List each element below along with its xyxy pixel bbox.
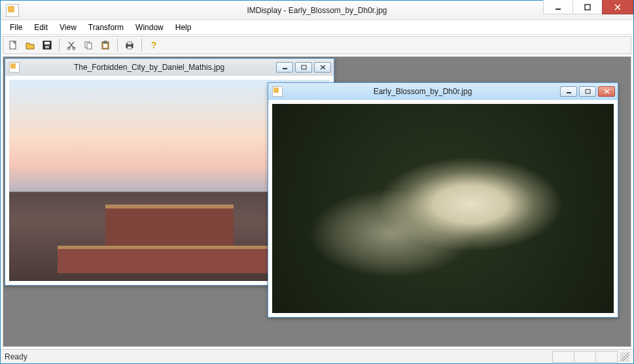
minimize-button[interactable] xyxy=(543,0,573,14)
help-icon[interactable]: ? xyxy=(147,38,161,52)
titlebar[interactable]: IMDisplay - Early_Blossom_by_Dh0r.jpg xyxy=(1,1,633,20)
svg-rect-20 xyxy=(586,90,590,93)
print-icon[interactable] xyxy=(122,38,137,52)
svg-rect-5 xyxy=(45,46,49,48)
mdi-client-area[interactable]: The_Forbidden_City_by_Daniel_Mathis.jpgE… xyxy=(3,56,631,347)
child-title: The_Forbidden_City_by_Daniel_Mathis.jpg xyxy=(22,63,276,72)
svg-rect-15 xyxy=(128,46,132,49)
child-titlebar[interactable]: Early_Blossom_by_Dh0r.jpg xyxy=(268,83,618,100)
child-titlebar[interactable]: The_Forbidden_City_by_Daniel_Mathis.jpg xyxy=(5,59,334,76)
menu-view[interactable]: View xyxy=(54,21,82,34)
menu-transform[interactable]: Transform xyxy=(83,21,129,34)
menu-help[interactable]: Help xyxy=(170,21,197,34)
svg-rect-12 xyxy=(103,44,107,48)
child-maximize-button[interactable] xyxy=(295,62,312,73)
status-pane xyxy=(574,351,596,363)
close-button[interactable] xyxy=(602,0,633,14)
svg-rect-19 xyxy=(567,92,571,93)
status-pane xyxy=(595,351,618,363)
statusbar: Ready xyxy=(1,349,633,363)
menubar: File Edit View Transform Window Help xyxy=(1,20,633,35)
svg-rect-11 xyxy=(104,41,107,43)
menu-window[interactable]: Window xyxy=(130,21,169,34)
window-title: IMDisplay - Early_Blossom_by_Dh0r.jpg xyxy=(1,6,633,15)
status-panes xyxy=(553,351,618,363)
new-icon[interactable] xyxy=(6,38,20,52)
main-window: IMDisplay - Early_Blossom_by_Dh0r.jpg Fi… xyxy=(0,0,634,364)
resize-grip[interactable] xyxy=(620,352,629,361)
child-close-button[interactable] xyxy=(314,62,331,73)
child-window[interactable]: Early_Blossom_by_Dh0r.jpg xyxy=(268,82,618,318)
svg-rect-0 xyxy=(555,8,561,10)
child-window-controls xyxy=(560,86,615,97)
image-content[interactable] xyxy=(272,104,614,313)
menu-file[interactable]: File xyxy=(5,21,27,34)
paste-icon[interactable] xyxy=(98,38,113,52)
save-icon[interactable] xyxy=(40,38,54,52)
status-text: Ready xyxy=(5,352,27,361)
child-window-controls xyxy=(276,62,331,73)
cut-icon[interactable] xyxy=(64,38,79,52)
child-close-button[interactable] xyxy=(598,86,615,97)
child-maximize-button[interactable] xyxy=(579,86,596,97)
child-minimize-button[interactable] xyxy=(276,62,293,73)
svg-text:?: ? xyxy=(151,40,157,50)
document-icon xyxy=(272,86,283,97)
toolbar-separator xyxy=(117,39,118,52)
copy-icon[interactable] xyxy=(81,38,96,52)
document-icon xyxy=(9,62,20,73)
svg-rect-18 xyxy=(302,65,306,69)
child-body xyxy=(268,100,618,317)
open-icon[interactable] xyxy=(23,38,37,52)
svg-rect-1 xyxy=(585,5,590,10)
svg-rect-14 xyxy=(128,42,132,44)
app-icon xyxy=(6,4,19,17)
maximize-button[interactable] xyxy=(572,0,603,14)
toolbar: ? xyxy=(3,36,631,54)
toolbar-separator xyxy=(141,39,142,52)
svg-rect-9 xyxy=(87,43,92,49)
toolbar-separator xyxy=(59,39,60,52)
status-pane xyxy=(552,351,574,363)
svg-rect-17 xyxy=(283,68,287,69)
child-title: Early_Blossom_by_Dh0r.jpg xyxy=(285,87,560,96)
menu-edit[interactable]: Edit xyxy=(29,21,53,34)
window-controls xyxy=(543,1,633,20)
svg-rect-4 xyxy=(44,42,50,44)
child-minimize-button[interactable] xyxy=(560,86,577,97)
